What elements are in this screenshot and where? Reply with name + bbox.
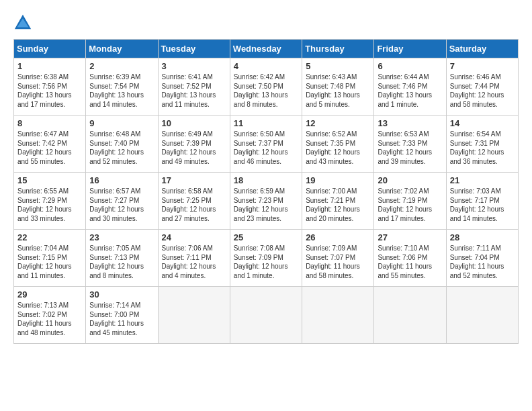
calendar-day-cell: 23Sunrise: 7:05 AM Sunset: 7:13 PM Dayli… bbox=[86, 230, 158, 287]
calendar-week-row: 22Sunrise: 7:04 AM Sunset: 7:15 PM Dayli… bbox=[14, 230, 519, 287]
calendar-day-cell: 14Sunrise: 6:54 AM Sunset: 7:31 PM Dayli… bbox=[446, 116, 518, 173]
calendar-day-cell: 15Sunrise: 6:55 AM Sunset: 7:29 PM Dayli… bbox=[14, 173, 86, 230]
day-number: 8 bbox=[17, 118, 82, 128]
day-number: 23 bbox=[89, 232, 154, 242]
calendar-day-cell: 8Sunrise: 6:47 AM Sunset: 7:42 PM Daylig… bbox=[14, 116, 86, 173]
day-details: Sunrise: 6:55 AM Sunset: 7:29 PM Dayligh… bbox=[17, 187, 82, 223]
day-details: Sunrise: 7:09 AM Sunset: 7:07 PM Dayligh… bbox=[306, 244, 370, 280]
day-details: Sunrise: 6:53 AM Sunset: 7:33 PM Dayligh… bbox=[378, 130, 442, 166]
day-number: 25 bbox=[234, 232, 298, 242]
calendar-day-cell: 10Sunrise: 6:49 AM Sunset: 7:39 PM Dayli… bbox=[158, 116, 230, 173]
day-number: 28 bbox=[450, 232, 515, 242]
weekday-header: Sunday bbox=[14, 40, 86, 58]
day-details: Sunrise: 6:59 AM Sunset: 7:23 PM Dayligh… bbox=[234, 187, 298, 223]
day-number: 24 bbox=[162, 232, 226, 242]
calendar-day-cell: 24Sunrise: 7:06 AM Sunset: 7:11 PM Dayli… bbox=[158, 230, 230, 287]
day-details: Sunrise: 7:08 AM Sunset: 7:09 PM Dayligh… bbox=[234, 244, 298, 280]
day-details: Sunrise: 6:54 AM Sunset: 7:31 PM Dayligh… bbox=[450, 130, 515, 166]
day-number: 9 bbox=[89, 118, 154, 128]
weekday-header: Wednesday bbox=[230, 40, 302, 58]
day-details: Sunrise: 7:03 AM Sunset: 7:17 PM Dayligh… bbox=[450, 187, 515, 223]
day-number: 26 bbox=[306, 232, 370, 242]
weekday-header: Friday bbox=[374, 40, 446, 58]
day-details: Sunrise: 6:48 AM Sunset: 7:40 PM Dayligh… bbox=[89, 130, 154, 166]
day-number: 27 bbox=[378, 232, 442, 242]
calendar-day-cell: 17Sunrise: 6:58 AM Sunset: 7:25 PM Dayli… bbox=[158, 173, 230, 230]
day-number: 4 bbox=[234, 61, 298, 71]
day-number: 13 bbox=[378, 118, 442, 128]
day-details: Sunrise: 7:00 AM Sunset: 7:21 PM Dayligh… bbox=[306, 187, 370, 223]
day-number: 20 bbox=[378, 175, 442, 185]
day-number: 5 bbox=[306, 61, 370, 71]
day-number: 10 bbox=[162, 118, 226, 128]
day-details: Sunrise: 6:43 AM Sunset: 7:48 PM Dayligh… bbox=[306, 73, 370, 109]
day-number: 2 bbox=[89, 61, 154, 71]
day-number: 19 bbox=[306, 175, 370, 185]
day-details: Sunrise: 6:41 AM Sunset: 7:52 PM Dayligh… bbox=[162, 73, 226, 109]
calendar-day-cell: 4Sunrise: 6:42 AM Sunset: 7:50 PM Daylig… bbox=[230, 58, 302, 116]
day-number: 21 bbox=[450, 175, 515, 185]
day-details: Sunrise: 6:42 AM Sunset: 7:50 PM Dayligh… bbox=[234, 73, 298, 109]
calendar-day-cell: 20Sunrise: 7:02 AM Sunset: 7:19 PM Dayli… bbox=[374, 173, 446, 230]
page-header bbox=[13, 13, 519, 32]
calendar-day-cell: 13Sunrise: 6:53 AM Sunset: 7:33 PM Dayli… bbox=[374, 116, 446, 173]
day-number: 18 bbox=[234, 175, 298, 185]
day-details: Sunrise: 6:49 AM Sunset: 7:39 PM Dayligh… bbox=[162, 130, 226, 166]
calendar-week-row: 15Sunrise: 6:55 AM Sunset: 7:29 PM Dayli… bbox=[14, 173, 519, 230]
weekday-header: Thursday bbox=[302, 40, 374, 58]
header-row: SundayMondayTuesdayWednesdayThursdayFrid… bbox=[14, 40, 519, 58]
calendar-day-cell: 26Sunrise: 7:09 AM Sunset: 7:07 PM Dayli… bbox=[302, 230, 374, 287]
day-number: 7 bbox=[450, 61, 515, 71]
day-details: Sunrise: 7:06 AM Sunset: 7:11 PM Dayligh… bbox=[162, 244, 226, 280]
calendar-day-cell: 2Sunrise: 6:39 AM Sunset: 7:54 PM Daylig… bbox=[86, 58, 158, 116]
day-number: 22 bbox=[17, 232, 82, 242]
day-number: 29 bbox=[17, 289, 82, 300]
day-number: 14 bbox=[450, 118, 515, 128]
day-details: Sunrise: 6:57 AM Sunset: 7:27 PM Dayligh… bbox=[89, 187, 154, 223]
calendar-day-cell: 25Sunrise: 7:08 AM Sunset: 7:09 PM Dayli… bbox=[230, 230, 302, 287]
day-details: Sunrise: 7:05 AM Sunset: 7:13 PM Dayligh… bbox=[89, 244, 154, 280]
day-details: Sunrise: 7:11 AM Sunset: 7:04 PM Dayligh… bbox=[450, 244, 515, 280]
day-details: Sunrise: 7:10 AM Sunset: 7:06 PM Dayligh… bbox=[378, 244, 442, 280]
logo bbox=[13, 13, 35, 32]
calendar-day-cell: 12Sunrise: 6:52 AM Sunset: 7:35 PM Dayli… bbox=[302, 116, 374, 173]
calendar-week-row: 29Sunrise: 7:13 AM Sunset: 7:02 PM Dayli… bbox=[14, 287, 519, 344]
day-details: Sunrise: 6:38 AM Sunset: 7:56 PM Dayligh… bbox=[17, 73, 82, 109]
calendar-day-cell bbox=[158, 287, 230, 344]
calendar-day-cell: 11Sunrise: 6:50 AM Sunset: 7:37 PM Dayli… bbox=[230, 116, 302, 173]
day-details: Sunrise: 6:58 AM Sunset: 7:25 PM Dayligh… bbox=[162, 187, 226, 223]
day-number: 3 bbox=[162, 61, 226, 71]
calendar-day-cell bbox=[230, 287, 302, 344]
day-number: 11 bbox=[234, 118, 298, 128]
day-details: Sunrise: 7:13 AM Sunset: 7:02 PM Dayligh… bbox=[17, 301, 82, 337]
calendar-day-cell bbox=[374, 287, 446, 344]
calendar-day-cell bbox=[302, 287, 374, 344]
calendar-table: SundayMondayTuesdayWednesdayThursdayFrid… bbox=[13, 39, 519, 344]
day-details: Sunrise: 7:04 AM Sunset: 7:15 PM Dayligh… bbox=[17, 244, 82, 280]
calendar-day-cell: 28Sunrise: 7:11 AM Sunset: 7:04 PM Dayli… bbox=[446, 230, 518, 287]
weekday-header: Monday bbox=[86, 40, 158, 58]
day-number: 16 bbox=[89, 175, 154, 185]
calendar-day-cell bbox=[446, 287, 518, 344]
calendar-day-cell: 3Sunrise: 6:41 AM Sunset: 7:52 PM Daylig… bbox=[158, 58, 230, 116]
day-details: Sunrise: 6:50 AM Sunset: 7:37 PM Dayligh… bbox=[234, 130, 298, 166]
calendar-day-cell: 27Sunrise: 7:10 AM Sunset: 7:06 PM Dayli… bbox=[374, 230, 446, 287]
calendar-day-cell: 1Sunrise: 6:38 AM Sunset: 7:56 PM Daylig… bbox=[14, 58, 86, 116]
day-details: Sunrise: 6:44 AM Sunset: 7:46 PM Dayligh… bbox=[378, 73, 442, 109]
calendar-day-cell: 7Sunrise: 6:46 AM Sunset: 7:44 PM Daylig… bbox=[446, 58, 518, 116]
day-number: 30 bbox=[89, 289, 154, 300]
day-number: 12 bbox=[306, 118, 370, 128]
day-number: 6 bbox=[378, 61, 442, 71]
weekday-header: Saturday bbox=[446, 40, 518, 58]
calendar-day-cell: 16Sunrise: 6:57 AM Sunset: 7:27 PM Dayli… bbox=[86, 173, 158, 230]
calendar-day-cell: 5Sunrise: 6:43 AM Sunset: 7:48 PM Daylig… bbox=[302, 58, 374, 116]
day-details: Sunrise: 6:46 AM Sunset: 7:44 PM Dayligh… bbox=[450, 73, 515, 109]
calendar-week-row: 8Sunrise: 6:47 AM Sunset: 7:42 PM Daylig… bbox=[14, 116, 519, 173]
calendar-week-row: 1Sunrise: 6:38 AM Sunset: 7:56 PM Daylig… bbox=[14, 58, 519, 116]
logo-icon bbox=[13, 13, 32, 32]
calendar-day-cell: 22Sunrise: 7:04 AM Sunset: 7:15 PM Dayli… bbox=[14, 230, 86, 287]
calendar-day-cell: 6Sunrise: 6:44 AM Sunset: 7:46 PM Daylig… bbox=[374, 58, 446, 116]
day-details: Sunrise: 7:14 AM Sunset: 7:00 PM Dayligh… bbox=[89, 301, 154, 337]
calendar-day-cell: 29Sunrise: 7:13 AM Sunset: 7:02 PM Dayli… bbox=[14, 287, 86, 344]
calendar-day-cell: 18Sunrise: 6:59 AM Sunset: 7:23 PM Dayli… bbox=[230, 173, 302, 230]
